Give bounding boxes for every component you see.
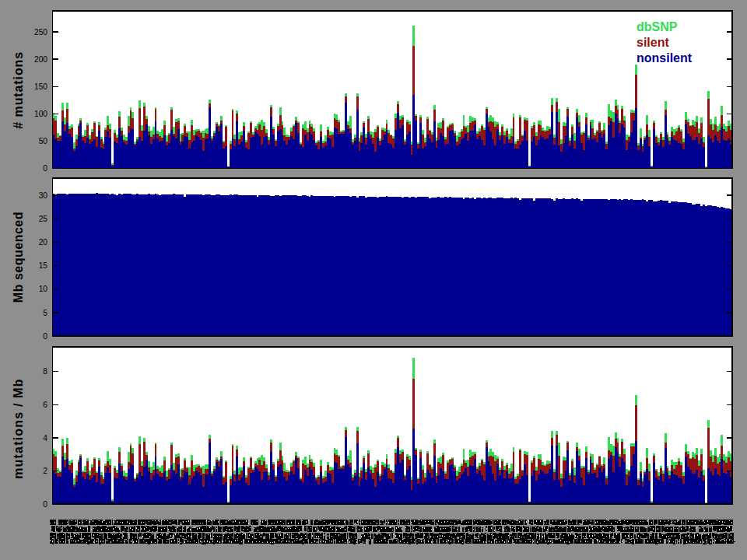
svg-text:0: 0 [43, 332, 47, 341]
svg-text:nonsilent: nonsilent [637, 51, 693, 65]
svg-text:50: 50 [39, 137, 48, 145]
svg-text:5: 5 [43, 309, 47, 317]
svg-text:0: 0 [43, 164, 47, 173]
svg-text:6: 6 [43, 401, 47, 409]
svg-text:25: 25 [39, 215, 48, 223]
svg-text:silent: silent [637, 36, 669, 49]
svg-text:250: 250 [34, 28, 47, 37]
svg-text:20: 20 [39, 238, 48, 247]
svg-text:# mutations: # mutations [12, 51, 25, 129]
svg-text:8: 8 [43, 367, 47, 376]
svg-text:mutations / Mb: mutations / Mb [12, 378, 25, 479]
svg-text:0: 0 [43, 500, 47, 509]
svg-text:2: 2 [43, 467, 47, 475]
svg-text:10: 10 [39, 285, 48, 293]
svg-text:15: 15 [39, 261, 48, 270]
svg-text:100: 100 [34, 110, 47, 118]
svg-text:dbSNP: dbSNP [637, 20, 678, 33]
svg-text:200: 200 [34, 55, 47, 64]
svg-text:150: 150 [34, 82, 47, 91]
svg-text:Mb sequenced: Mb sequenced [12, 212, 25, 303]
svg-text:30: 30 [39, 191, 48, 200]
svg-text:4: 4 [43, 434, 47, 443]
